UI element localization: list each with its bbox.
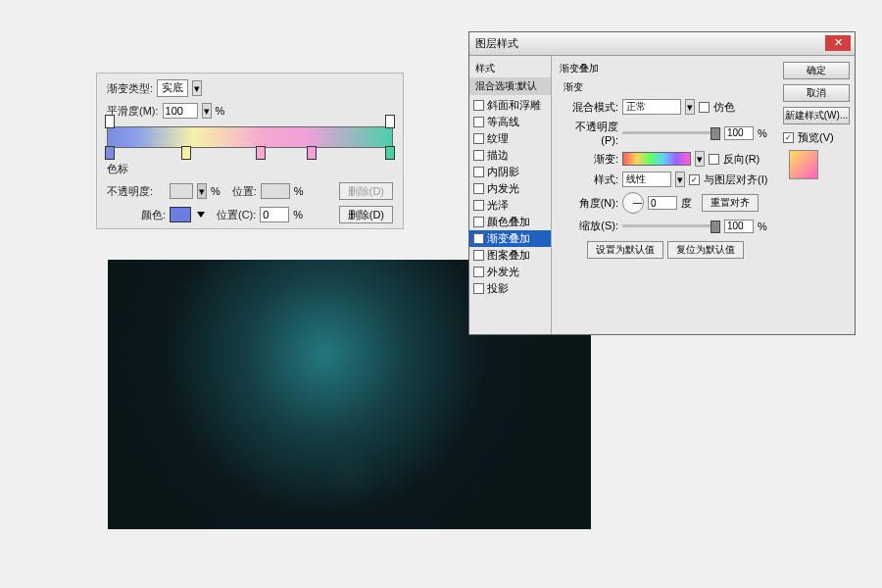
angle-unit: 度: [681, 196, 692, 211]
make-default-button[interactable]: 设置为默认值: [587, 241, 663, 259]
color-stop-4[interactable]: [307, 146, 317, 160]
style-checkbox[interactable]: [473, 167, 484, 177]
stop-opacity-input: [170, 183, 193, 199]
color-stop-1[interactable]: [105, 146, 115, 160]
opacity-stop-left[interactable]: [105, 115, 115, 128]
gradient-editor-panel: 渐变类型: 实底 ▾ 平滑度(M): ▾ % 色标 不透明度: ▾ % 位置: …: [96, 73, 404, 229]
style-item-label: 纹理: [487, 131, 509, 146]
style-checkbox[interactable]: [473, 117, 484, 127]
delete-stop-button-2[interactable]: 删除(D): [339, 206, 393, 223]
style-checkbox[interactable]: [473, 200, 484, 211]
style-item-label: 描边: [487, 148, 509, 163]
dither-checkbox[interactable]: [699, 102, 710, 113]
style-item-label: 颜色叠加: [487, 215, 530, 229]
angle-dial[interactable]: [622, 192, 644, 214]
style-item-label: 斜面和浮雕: [487, 98, 541, 113]
stops-label: 色标: [107, 162, 128, 176]
angle-label: 角度(N):: [560, 196, 618, 211]
new-style-button[interactable]: 新建样式(W)...: [783, 107, 850, 124]
style-item-label: 投影: [487, 281, 509, 296]
blend-options-header[interactable]: 混合选项:默认: [469, 77, 551, 95]
style-item-6[interactable]: 光泽: [469, 197, 551, 214]
style-item-label: 外发光: [487, 265, 519, 279]
style-checkbox[interactable]: [473, 150, 484, 161]
style-item-label: 内发光: [487, 181, 519, 196]
style-item-label: 渐变叠加: [487, 231, 530, 246]
gradient-label: 渐变:: [560, 152, 618, 167]
dialog-buttons: 确定 取消 新建样式(W)... ✓ 预览(V): [778, 56, 855, 334]
scale-input[interactable]: [724, 220, 754, 233]
smoothness-input[interactable]: [163, 103, 198, 119]
gradient-bar[interactable]: [107, 126, 393, 148]
subsection-title: 渐变: [564, 80, 770, 94]
gradient-dropdown[interactable]: ▾: [695, 151, 705, 167]
layer-style-dialog: 图层样式 ✕ 样式 混合选项:默认 斜面和浮雕等高线纹理描边内阴影内发光光泽颜色…: [468, 31, 856, 335]
blend-mode-dropdown[interactable]: ▾: [685, 99, 695, 115]
style-checkbox[interactable]: [473, 133, 484, 144]
stop-opacity-dropdown: ▾: [197, 183, 207, 199]
color-stop-2[interactable]: [181, 146, 191, 160]
color-position-label: 位置(C):: [217, 208, 256, 222]
scale-slider[interactable]: [622, 224, 720, 227]
style-checkbox[interactable]: [473, 100, 484, 111]
dialog-titlebar[interactable]: 图层样式 ✕: [469, 32, 855, 56]
reverse-label: 反向(R): [723, 152, 760, 167]
fill-opacity-input[interactable]: [724, 126, 754, 140]
reset-align-button[interactable]: 重置对齐: [702, 194, 759, 212]
preview-checkbox[interactable]: ✓: [783, 132, 794, 143]
cancel-button[interactable]: 取消: [783, 84, 850, 102]
gradient-overlay-settings: 渐变叠加 渐变 混合模式: 正常▾ 仿色 不透明度(P): % 渐变: ▾ 反向…: [552, 56, 778, 334]
gradient-picker[interactable]: [622, 152, 691, 166]
style-item-9[interactable]: 图案叠加: [469, 247, 551, 264]
style-item-0[interactable]: 斜面和浮雕: [469, 97, 551, 114]
style-item-label: 光泽: [487, 198, 509, 213]
reverse-checkbox[interactable]: [709, 154, 719, 165]
align-checkbox[interactable]: ✓: [689, 174, 700, 185]
stop-position-input: [261, 183, 290, 199]
smoothness-dropdown[interactable]: ▾: [202, 103, 212, 119]
style-item-5[interactable]: 内发光: [469, 180, 551, 197]
style-item-7[interactable]: 颜色叠加: [469, 214, 551, 230]
style-label: 样式:: [560, 172, 618, 187]
dither-label: 仿色: [713, 100, 735, 115]
color-position-input[interactable]: [260, 207, 289, 222]
color-stop-5[interactable]: [385, 146, 395, 160]
style-item-10[interactable]: 外发光: [469, 264, 551, 280]
gradient-type-dropdown[interactable]: ▾: [192, 80, 202, 96]
style-item-8[interactable]: ✓渐变叠加: [469, 230, 551, 247]
close-button[interactable]: ✕: [825, 35, 851, 51]
style-checkbox[interactable]: [473, 250, 484, 261]
blend-mode-select[interactable]: 正常: [622, 99, 681, 115]
opacity-stop-right[interactable]: [385, 115, 395, 128]
angle-input[interactable]: [648, 196, 677, 210]
fill-opacity-slider[interactable]: [622, 131, 720, 134]
style-checkbox[interactable]: [473, 217, 484, 227]
style-checkbox[interactable]: [473, 283, 484, 294]
color-dropdown-icon[interactable]: [197, 212, 205, 218]
delete-stop-button-1: 删除(D): [339, 182, 393, 200]
percent-label: %: [216, 105, 225, 117]
style-item-3[interactable]: 描边: [469, 147, 551, 164]
gradient-strip[interactable]: [107, 126, 393, 148]
style-item-11[interactable]: 投影: [469, 280, 551, 297]
reset-default-button[interactable]: 复位为默认值: [667, 241, 744, 259]
align-label: 与图层对齐(I): [704, 172, 767, 187]
style-checkbox[interactable]: [473, 267, 484, 277]
styles-list: 样式 混合选项:默认 斜面和浮雕等高线纹理描边内阴影内发光光泽颜色叠加✓渐变叠加…: [469, 56, 552, 334]
ok-button[interactable]: 确定: [783, 62, 850, 79]
style-select[interactable]: 线性: [622, 172, 671, 187]
stop-opacity-label: 不透明度:: [107, 184, 166, 199]
style-item-4[interactable]: 内阴影: [469, 164, 551, 180]
style-item-1[interactable]: 等高线: [469, 114, 551, 130]
gradient-type-select[interactable]: 实底: [157, 79, 188, 97]
color-stop-3[interactable]: [256, 146, 266, 160]
style-dropdown[interactable]: ▾: [675, 172, 685, 187]
style-item-2[interactable]: 纹理: [469, 130, 551, 147]
styles-header[interactable]: 样式: [469, 60, 551, 77]
style-checkbox[interactable]: [473, 183, 484, 194]
stop-position-label: 位置:: [232, 184, 257, 199]
color-swatch[interactable]: [170, 207, 191, 222]
style-checkbox[interactable]: ✓: [473, 233, 484, 244]
gradient-type-label: 渐变类型:: [107, 81, 153, 96]
style-preview-swatch: [789, 150, 818, 179]
